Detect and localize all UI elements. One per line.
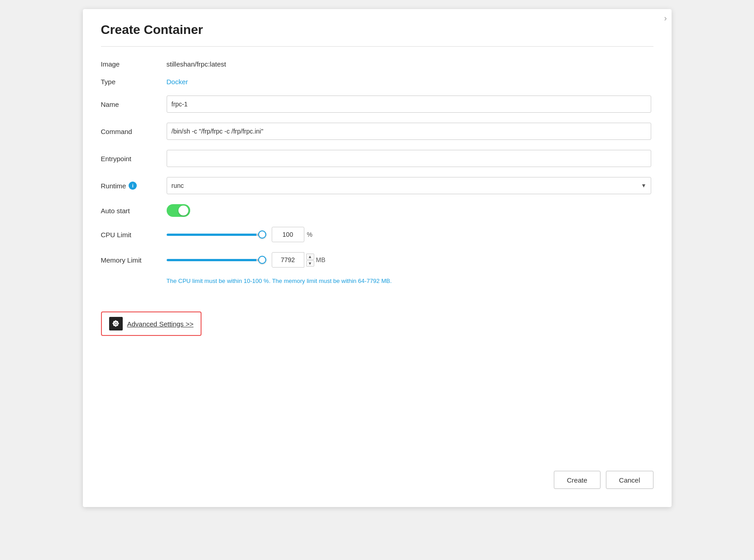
create-button[interactable]: Create xyxy=(554,471,600,489)
cpu-limit-row: CPU Limit % xyxy=(101,227,653,242)
autostart-label: Auto start xyxy=(101,207,167,215)
cpu-slider-group: % xyxy=(167,227,312,242)
memory-spinner: ▲ ▼ xyxy=(306,254,314,267)
divider xyxy=(101,46,653,47)
entrypoint-label: Entrypoint xyxy=(101,155,167,163)
cpu-limit-label: CPU Limit xyxy=(101,231,167,239)
cpu-unit-label: % xyxy=(307,231,312,238)
type-label: Type xyxy=(101,78,167,86)
memory-limit-label: Memory Limit xyxy=(101,256,167,264)
type-row: Type Docker xyxy=(101,78,653,86)
form-body: Image stilleshan/frpc:latest Type Docker… xyxy=(101,60,653,435)
memory-limit-input[interactable] xyxy=(272,252,304,268)
chevron-right-icon: › xyxy=(664,14,667,23)
dialog-footer: Create Cancel xyxy=(101,462,653,489)
entrypoint-input[interactable] xyxy=(167,150,651,167)
image-row: Image stilleshan/frpc:latest xyxy=(101,60,653,68)
memory-decrement-button[interactable]: ▼ xyxy=(306,260,314,267)
type-value[interactable]: Docker xyxy=(167,78,188,86)
name-row: Name xyxy=(101,96,653,113)
runtime-select[interactable]: runc xyxy=(167,177,651,194)
runtime-info-icon[interactable]: i xyxy=(129,182,137,190)
autostart-row: Auto start xyxy=(101,204,653,217)
advanced-settings-label: Advanced Settings >> xyxy=(127,320,194,328)
image-value: stilleshan/frpc:latest xyxy=(167,60,226,68)
page-title: Create Container xyxy=(101,23,653,37)
command-input[interactable] xyxy=(167,123,651,140)
command-label: Command xyxy=(101,128,167,135)
name-input[interactable] xyxy=(167,96,651,113)
memory-increment-button[interactable]: ▲ xyxy=(306,254,314,260)
entrypoint-row: Entrypoint xyxy=(101,150,653,167)
autostart-slider xyxy=(167,204,190,217)
name-label: Name xyxy=(101,101,167,108)
memory-value-wrap: ▲ ▼ MB xyxy=(272,252,326,268)
limit-hint-text: The CPU limit must be within 10-100 %. T… xyxy=(167,278,653,284)
image-label: Image xyxy=(101,60,167,68)
cancel-button[interactable]: Cancel xyxy=(606,471,653,489)
gear-icon xyxy=(109,317,123,330)
runtime-select-wrap: runc ▼ xyxy=(167,177,651,194)
create-container-dialog: › Create Container Image stilleshan/frpc… xyxy=(83,9,672,507)
memory-limit-row: Memory Limit ▲ ▼ MB xyxy=(101,252,653,268)
memory-limit-slider[interactable] xyxy=(167,259,266,261)
cpu-limit-slider[interactable] xyxy=(167,234,266,236)
autostart-toggle[interactable] xyxy=(167,204,190,217)
cpu-value-wrap: % xyxy=(272,227,312,242)
command-row: Command xyxy=(101,123,653,140)
runtime-row: Runtime i runc ▼ xyxy=(101,177,653,194)
memory-slider-group: ▲ ▼ MB xyxy=(167,252,326,268)
memory-unit-label: MB xyxy=(316,256,326,263)
cpu-limit-input[interactable] xyxy=(272,227,304,242)
runtime-label: Runtime i xyxy=(101,182,167,190)
advanced-settings-button[interactable]: Advanced Settings >> xyxy=(101,311,202,336)
